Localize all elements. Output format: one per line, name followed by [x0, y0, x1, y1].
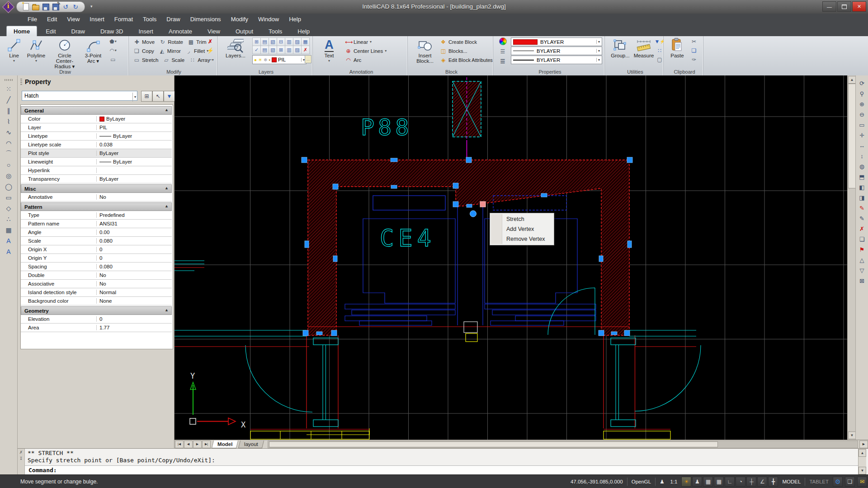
flag-icon[interactable]: ⚑ — [856, 244, 868, 255]
pan-icon[interactable]: ✛ — [856, 130, 868, 141]
grid-display-icon[interactable]: ▦ — [714, 477, 724, 487]
scroll-down-icon[interactable]: ▼ — [848, 432, 856, 439]
tab-model[interactable]: Model — [212, 441, 238, 448]
menu-item[interactable]: Help — [284, 14, 306, 25]
layer-walk-icon[interactable]: ▧ — [269, 46, 277, 54]
snap-grid-icon[interactable]: ▦ — [703, 477, 713, 487]
property-value[interactable]: ByLayer — [97, 150, 172, 156]
pan-v-icon[interactable]: ↕ — [856, 151, 868, 161]
quick-select-button[interactable]: ⊞ — [141, 91, 152, 102]
quick-select-icon[interactable]: ▼⚡ — [655, 38, 664, 45]
menu-item[interactable]: Window — [253, 14, 284, 25]
property-row[interactable]: Annotative No ▲ — [21, 193, 172, 202]
copy-clip-icon[interactable]: ❏ — [689, 47, 698, 54]
markup-pencil-icon[interactable]: ✎ — [856, 213, 868, 224]
settings-gear-icon[interactable]: ⚙ — [833, 477, 843, 487]
command-input[interactable]: Command: — [25, 465, 858, 475]
modify-button[interactable]: ↻Rotate — [159, 38, 185, 46]
copy-view-icon[interactable]: ❏ — [856, 234, 868, 244]
layer-merge-icon[interactable]: ▦ — [301, 38, 310, 46]
next-sheet-icon[interactable]: ▶ — [193, 441, 202, 448]
lineweight-combo[interactable]: BYLAYER ▾ — [511, 56, 602, 64]
layer-lock-icon[interactable]: ⊟ — [277, 38, 285, 46]
property-row[interactable]: Angle 0.00 ▲ — [21, 228, 172, 237]
point-tool-icon[interactable]: ∴ — [3, 214, 14, 225]
property-row[interactable]: Origin Y 0 ▲ — [21, 254, 172, 263]
quick-group-icon[interactable]: ∷ — [655, 47, 664, 54]
undo-icon[interactable]: ↺ — [62, 3, 69, 10]
hscroll-right-icon[interactable]: ▶ — [859, 441, 868, 448]
up-view-icon[interactable]: △ — [856, 255, 868, 265]
layer-unlock-icon[interactable]: ⊠ — [277, 46, 285, 54]
revision-cloud-button[interactable]: ◠▾ — [108, 47, 118, 54]
annotation-button[interactable]: ⟷Linear▾ — [345, 38, 387, 46]
redline-pencil-icon[interactable]: ✎ — [856, 203, 868, 213]
tab-layout[interactable]: layout — [238, 441, 264, 448]
menu-item[interactable]: Edit — [42, 14, 62, 25]
linetype-combo[interactable]: BYLAYER ▾ — [511, 47, 602, 55]
ribbon-tab[interactable]: Tools — [262, 26, 289, 36]
donut-tool-icon[interactable]: ◎ — [3, 170, 14, 181]
erase-button[interactable]: ✗ — [206, 38, 215, 45]
layer-combo[interactable]: ● ☀ ❄ ▪ PIL ▾ — [252, 55, 307, 64]
rectangle-button[interactable]: ▭ — [108, 56, 118, 63]
property-row[interactable]: Background color None ▲ — [21, 297, 172, 305]
property-value[interactable]: 0.080 — [97, 264, 172, 269]
collapse-arrow-icon[interactable]: ▲ — [165, 186, 169, 190]
property-row[interactable]: Hyperlink ▲ — [21, 166, 172, 175]
property-row[interactable]: Lineweight ByLayer ▲ — [21, 158, 172, 166]
layer-current-icon[interactable]: ✓ — [252, 46, 261, 54]
property-row[interactable]: Double No ▲ — [21, 271, 172, 280]
property-value[interactable]: 0.038 — [97, 142, 172, 147]
property-value[interactable]: ByLayer — [97, 116, 172, 122]
arc-3point-icon[interactable]: ⌒ — [3, 149, 14, 160]
property-value[interactable]: 1.77 — [97, 325, 172, 330]
close-view-icon[interactable]: ⊠ — [856, 276, 868, 286]
redo-icon[interactable]: ↻ — [72, 3, 79, 10]
property-row[interactable]: Scale 0.080 ▲ — [21, 237, 172, 245]
view-right-icon[interactable]: ◨ — [856, 192, 868, 203]
property-row[interactable]: Linetype ByLayer ▲ — [21, 132, 172, 141]
line-button[interactable]: Line ▾ — [5, 38, 24, 64]
explode-button[interactable]: ⚡ — [206, 47, 215, 54]
ribbon-tab[interactable]: Draw — [65, 26, 92, 36]
color-wheel-icon[interactable] — [499, 38, 507, 45]
toggle-pickadd-button[interactable]: ▼ — [164, 91, 175, 102]
context-menu-item[interactable]: Remove Vertex — [490, 234, 554, 244]
minimize-button[interactable]: — — [822, 1, 836, 12]
annotation-button[interactable]: ◠Arc — [345, 56, 387, 64]
ribbon-tab[interactable]: Annotate — [162, 26, 199, 36]
down-view-icon[interactable]: ▽ — [856, 265, 868, 276]
context-menu-item[interactable]: Add Vertex — [490, 224, 554, 234]
lineweight-icon[interactable]: ☰ — [499, 57, 506, 65]
vscroll-thumb[interactable] — [848, 84, 856, 188]
first-sheet-icon[interactable]: |◀ — [175, 441, 184, 448]
property-value[interactable]: 0 — [97, 247, 172, 252]
coordinates-readout[interactable]: 47.056,-391.085,0.000 — [569, 479, 625, 484]
layer-isolate-icon[interactable]: ▧ — [269, 38, 277, 46]
text-button[interactable]: A Text ▾ — [319, 38, 340, 64]
layer-thaw-icon[interactable]: ▨ — [293, 46, 302, 54]
clean-screen-icon[interactable]: ❏ — [845, 477, 855, 487]
block-button[interactable]: ◈Edit Block Attributes — [440, 56, 493, 64]
insert-block-button[interactable]: Insert Block... — [413, 38, 437, 64]
polyline-tool-icon[interactable]: ⌇ — [3, 116, 14, 127]
lwt-icon[interactable]: ╋ — [768, 477, 778, 487]
property-value[interactable]: 0.080 — [97, 238, 172, 244]
paste-button[interactable]: Paste — [668, 38, 687, 58]
command-scrollbar[interactable]: ▲ ▼ — [858, 449, 866, 475]
property-row[interactable]: Color ByLayer ▲ — [21, 115, 172, 123]
ribbon-tab[interactable]: Draw 3D — [94, 26, 130, 36]
ribbon-tab[interactable]: Output — [229, 26, 260, 36]
property-value[interactable]: PIL — [97, 125, 172, 130]
layer-off-icon[interactable]: ▥ — [285, 46, 293, 54]
group-button[interactable]: Group... — [609, 38, 632, 58]
context-menu-item[interactable]: Stretch — [490, 214, 554, 224]
pan-h-icon[interactable]: ↔ — [856, 141, 868, 151]
line-tool-icon[interactable]: ╱ — [3, 94, 14, 105]
dropdown-arrow-icon[interactable]: ▾ — [596, 40, 600, 44]
modify-button[interactable]: ❏Copy — [133, 47, 156, 55]
property-value[interactable]: None — [97, 298, 172, 304]
model-space-toggle[interactable]: MODEL — [780, 479, 802, 484]
layer-delete-icon[interactable]: ✗ — [301, 46, 310, 54]
